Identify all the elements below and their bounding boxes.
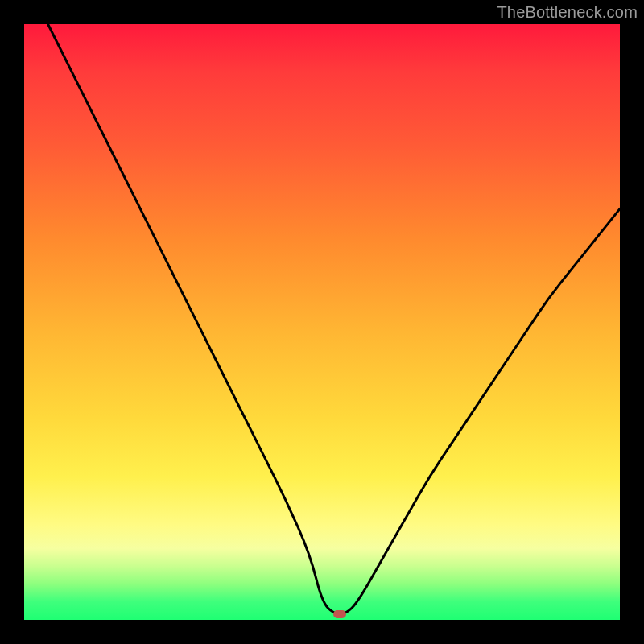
plot-area [24,24,620,620]
optimum-marker [333,610,346,618]
chart-frame: TheBottleneck.com [0,0,644,644]
watermark-text: TheBottleneck.com [497,3,638,22]
bottleneck-curve [24,24,620,620]
